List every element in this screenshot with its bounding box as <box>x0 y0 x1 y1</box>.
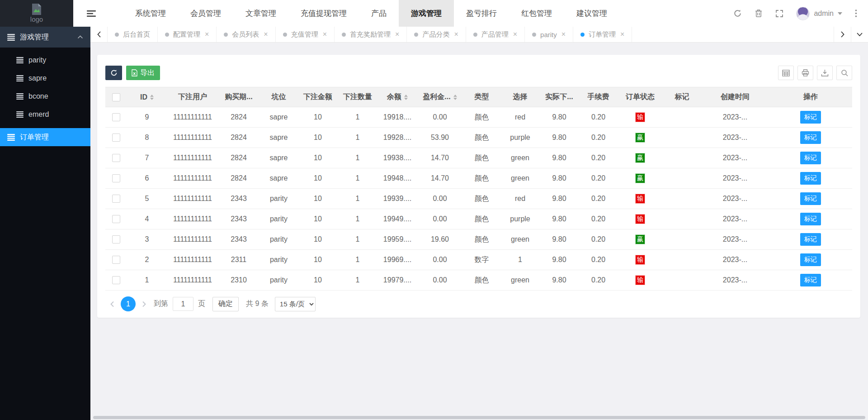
fullscreen-icon[interactable] <box>775 10 783 18</box>
horizontal-scrollbar[interactable] <box>93 416 865 419</box>
nav-item[interactable]: 建议管理 <box>564 0 619 27</box>
column-header: 订单状态 <box>618 87 663 107</box>
top-bar: logo 系统管理会员管理文章管理充值提现管理产品游戏管理盈亏排行红包管理建议管… <box>0 0 868 27</box>
row-checkbox[interactable] <box>112 235 120 243</box>
tab-item[interactable]: 会员列表× <box>217 27 275 42</box>
cell-slot: sapre <box>259 148 298 168</box>
tab-dot-icon <box>224 33 228 37</box>
cell-balance: 19959.... <box>377 229 417 250</box>
more-menu-icon[interactable] <box>855 9 857 18</box>
nav-item[interactable]: 文章管理 <box>233 0 288 27</box>
next-page-icon[interactable] <box>137 297 151 311</box>
row-checkbox[interactable] <box>112 215 120 223</box>
tab-close-icon[interactable]: × <box>323 30 327 38</box>
sort-asc-icon[interactable] <box>150 95 154 97</box>
cell-qty: 1 <box>338 148 377 168</box>
broken-image-icon <box>31 4 42 15</box>
tab-close-icon[interactable]: × <box>264 30 268 38</box>
tab-item[interactable]: 订单管理× <box>573 27 632 42</box>
sort-desc-icon[interactable] <box>404 98 408 100</box>
current-page[interactable]: 1 <box>121 296 136 311</box>
sort-asc-icon[interactable] <box>453 95 457 97</box>
print-button[interactable] <box>797 66 813 80</box>
search-button[interactable] <box>836 66 852 80</box>
row-checkbox[interactable] <box>112 195 120 203</box>
sort-desc-icon[interactable] <box>453 98 457 100</box>
mark-button[interactable]: 标记 <box>800 152 821 164</box>
sort-asc-icon[interactable] <box>404 95 408 97</box>
sidebar-item-order-management[interactable]: 订单管理 <box>0 128 90 146</box>
row-checkbox[interactable] <box>112 113 120 121</box>
cell-qty: 1 <box>338 107 377 128</box>
mark-button[interactable]: 标记 <box>800 131 821 144</box>
row-checkbox[interactable] <box>112 276 120 284</box>
mark-button[interactable]: 标记 <box>800 253 821 266</box>
sort-icons[interactable] <box>453 95 457 100</box>
nav-item[interactable]: 充值提现管理 <box>288 0 359 27</box>
nav-item[interactable]: 盈亏排行 <box>454 0 509 27</box>
tab-close-icon[interactable]: × <box>395 30 399 38</box>
mark-button[interactable]: 标记 <box>800 233 821 246</box>
tab-item[interactable]: 产品分类× <box>407 27 466 42</box>
cell-type: 颜色 <box>462 270 501 291</box>
mark-button[interactable]: 标记 <box>800 274 821 286</box>
mark-button[interactable]: 标记 <box>800 172 821 185</box>
nav-item[interactable]: 系统管理 <box>123 0 178 27</box>
tab-item[interactable]: 产品管理× <box>466 27 525 42</box>
row-checkbox[interactable] <box>112 256 120 264</box>
row-checkbox[interactable] <box>112 174 120 182</box>
page-size-select[interactable]: 15 条/页 <box>275 297 316 311</box>
sidebar-item[interactable]: parity <box>0 51 90 69</box>
mark-button[interactable]: 标记 <box>800 111 821 124</box>
export-download-button[interactable] <box>817 66 833 80</box>
sidebar-group-game-management[interactable]: 游戏管理 <box>0 27 90 48</box>
goto-suffix: 页 <box>198 299 205 309</box>
tab-bar: 后台首页配置管理×会员列表×充值管理×首充奖励管理×产品分类×产品管理×pari… <box>90 27 868 43</box>
tab-close-icon[interactable]: × <box>513 30 517 38</box>
goto-page-input[interactable] <box>173 297 193 311</box>
row-checkbox[interactable] <box>112 154 120 162</box>
tab-close-icon[interactable]: × <box>205 30 209 38</box>
tab-close-icon[interactable]: × <box>620 30 624 38</box>
tabs-scroll-right-icon[interactable] <box>834 27 851 42</box>
tab-item[interactable]: 后台首页 <box>108 27 158 42</box>
cell-user: 11111111111 <box>167 270 218 291</box>
nav-item[interactable]: 产品 <box>359 0 399 27</box>
tabs-scroll-left-icon[interactable] <box>90 27 108 42</box>
sort-desc-icon[interactable] <box>150 98 154 100</box>
columns-filter-button[interactable] <box>778 66 794 80</box>
export-button[interactable]: 导出 <box>126 66 160 80</box>
tab-close-icon[interactable]: × <box>454 30 458 38</box>
sort-icons[interactable] <box>404 95 408 100</box>
confirm-page-button[interactable]: 确定 <box>212 297 239 311</box>
mark-button[interactable]: 标记 <box>800 192 821 205</box>
cell-created: 2023-... <box>701 229 769 250</box>
refresh-icon[interactable] <box>733 9 742 18</box>
tab-close-icon[interactable]: × <box>561 30 566 38</box>
sidebar-item[interactable]: bcone <box>0 87 90 105</box>
refresh-button[interactable] <box>105 66 122 80</box>
nav-item[interactable]: 会员管理 <box>178 0 233 27</box>
nav-item[interactable]: 游戏管理 <box>399 0 454 27</box>
tab-item[interactable]: parity× <box>525 27 573 42</box>
sidebar-item[interactable]: emerd <box>0 105 90 124</box>
sort-icons[interactable] <box>150 95 154 100</box>
trash-icon[interactable] <box>755 9 763 18</box>
menu-toggle-icon[interactable] <box>87 10 96 17</box>
mark-button[interactable]: 标记 <box>800 213 821 225</box>
avatar[interactable] <box>796 7 810 20</box>
tab-item[interactable]: 首充奖励管理× <box>335 27 407 42</box>
row-checkbox[interactable] <box>112 134 120 142</box>
tab-item[interactable]: 充值管理× <box>276 27 335 42</box>
row-select-cell <box>105 229 127 250</box>
tab-label: 会员列表 <box>232 30 259 39</box>
username: admin <box>814 10 834 18</box>
select-all-checkbox[interactable] <box>112 93 120 101</box>
user-menu[interactable]: admin <box>796 7 842 20</box>
nav-item[interactable]: 红包管理 <box>509 0 564 27</box>
tabs-menu-icon[interactable] <box>851 27 868 42</box>
prev-page-icon[interactable] <box>105 297 119 311</box>
sidebar-item[interactable]: sapre <box>0 69 90 87</box>
tab-item[interactable]: 配置管理× <box>158 27 217 42</box>
cell-mark <box>663 168 701 189</box>
